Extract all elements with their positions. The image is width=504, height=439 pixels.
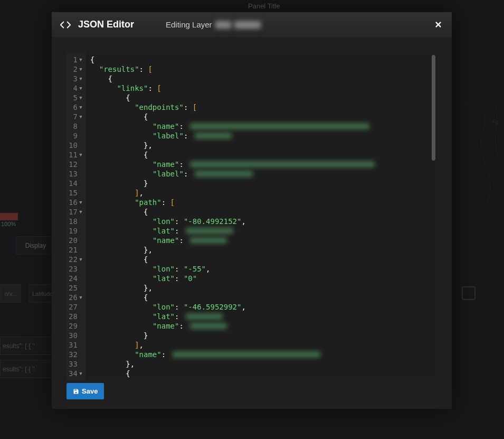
gutter-line: 30 <box>69 331 83 340</box>
gutter-line: 6▼ <box>69 102 83 112</box>
code-editor[interactable]: 1▼2▼3▼4▼5▼6▼7▼891011▼1213141516▼17▼18192… <box>66 52 437 380</box>
gutter-line: 28 <box>69 312 83 321</box>
code-line[interactable]: "lon": "-46.5952992", <box>90 302 432 312</box>
code-line[interactable]: "lat": <box>90 226 432 236</box>
fold-icon[interactable]: ▼ <box>79 55 83 64</box>
redacted-value <box>173 351 320 358</box>
fold-icon[interactable]: ▼ <box>79 74 83 83</box>
fold-icon[interactable]: ▼ <box>79 150 83 160</box>
redacted-text <box>234 21 261 29</box>
code-line[interactable]: "results": [ <box>90 64 432 74</box>
code-line[interactable]: "lon": "-80.4992152", <box>90 217 432 226</box>
code-line[interactable]: { <box>90 112 432 122</box>
modal-subtitle: Editing Layer <box>166 20 261 29</box>
save-icon <box>73 388 79 395</box>
editor-scrollbar[interactable] <box>432 55 435 161</box>
gutter-line: 11▼ <box>69 150 83 160</box>
code-line[interactable]: }, <box>90 245 432 255</box>
json-snippet-1: esults": [ { " <box>0 337 53 355</box>
code-line[interactable]: { <box>90 255 432 264</box>
fold-icon[interactable]: ▼ <box>79 369 83 378</box>
gutter-line: 35▼ <box>69 378 83 380</box>
legend-percent: 100% <box>1 221 16 227</box>
code-line[interactable]: } <box>90 179 432 188</box>
gutter-line: 33 <box>69 359 83 369</box>
code-line[interactable]: { <box>90 207 432 217</box>
modal-header: JSON Editor Editing Layer <box>52 12 452 37</box>
redacted-value <box>190 237 227 244</box>
map-background: For <box>462 95 504 222</box>
save-button-label: Save <box>82 387 98 395</box>
gutter-line: 13 <box>69 169 83 179</box>
gutter-line: 32 <box>69 350 83 359</box>
gutter-line: 9 <box>69 131 83 141</box>
json-editor-modal: JSON Editor Editing Layer 1▼2▼3▼4▼5▼6▼7▼… <box>52 12 452 409</box>
code-line[interactable]: "name": <box>90 122 432 131</box>
legend-swatch <box>0 213 18 220</box>
gutter-line: 23 <box>69 264 83 274</box>
fold-icon[interactable]: ▼ <box>79 293 83 302</box>
checkbox-toggle[interactable] <box>462 286 476 300</box>
code-line[interactable]: "links": [ <box>90 83 432 93</box>
code-line[interactable]: "endpoints": [ <box>90 378 432 380</box>
gutter-line: 27 <box>69 302 83 312</box>
fold-icon[interactable]: ▼ <box>79 93 83 102</box>
fold-icon[interactable]: ▼ <box>79 207 83 217</box>
save-button[interactable]: Save <box>66 383 104 399</box>
fold-icon[interactable]: ▼ <box>79 83 83 93</box>
fold-icon[interactable]: ▼ <box>79 198 83 207</box>
code-line[interactable]: "label": <box>90 131 432 141</box>
code-line[interactable]: "lat": <box>90 312 432 321</box>
code-line[interactable]: }, <box>90 359 432 369</box>
fold-icon[interactable]: ▼ <box>79 102 83 112</box>
code-line[interactable]: { <box>90 369 432 378</box>
code-line[interactable]: "label": <box>90 169 432 179</box>
code-line[interactable]: "name": <box>90 350 432 359</box>
redacted-value <box>195 133 232 139</box>
field-nv[interactable]: n/v... <box>0 284 21 303</box>
gutter-line: 20 <box>69 236 83 245</box>
redacted-value <box>186 228 233 234</box>
code-line[interactable]: "lon": "-55", <box>90 264 432 274</box>
fold-icon[interactable]: ▼ <box>79 64 83 74</box>
gutter-line: 5▼ <box>69 93 83 102</box>
modal-body: 1▼2▼3▼4▼5▼6▼7▼891011▼1213141516▼17▼18192… <box>52 37 452 409</box>
code-line[interactable]: { <box>90 93 432 102</box>
modal-subtitle-prefix: Editing Layer <box>166 20 212 29</box>
gutter-line: 3▼ <box>69 74 83 83</box>
gutter-line: 7▼ <box>69 112 83 122</box>
code-line[interactable]: "name": <box>90 236 432 245</box>
redacted-value <box>186 313 223 320</box>
code-line[interactable]: { <box>90 55 432 64</box>
modal-title: JSON Editor <box>78 19 134 30</box>
fold-icon[interactable]: ▼ <box>79 112 83 122</box>
code-line[interactable]: ], <box>90 340 432 350</box>
panel-title: Panel Title <box>248 2 280 10</box>
code-line[interactable]: "endpoints": [ <box>90 102 432 112</box>
code-line[interactable]: "name": <box>90 321 432 331</box>
gutter-line: 29 <box>69 321 83 331</box>
gutter-line: 18 <box>69 217 83 226</box>
code-line[interactable]: ], <box>90 188 432 198</box>
gutter-line: 25 <box>69 283 83 293</box>
gutter-line: 34▼ <box>69 369 83 378</box>
code-line[interactable]: "path": [ <box>90 198 432 207</box>
fold-icon[interactable]: ▼ <box>79 378 83 380</box>
redacted-text <box>215 21 231 29</box>
code-line[interactable]: { <box>90 150 432 160</box>
tab-display[interactable]: Display <box>16 236 55 255</box>
code-icon <box>59 18 72 31</box>
gutter-line: 19 <box>69 226 83 236</box>
code-line[interactable]: }, <box>90 141 432 150</box>
code-line[interactable]: }, <box>90 283 432 293</box>
fold-icon[interactable]: ▼ <box>79 255 83 264</box>
code-line[interactable]: { <box>90 293 432 302</box>
gutter-line: 17▼ <box>69 207 83 217</box>
editor-code-area[interactable]: { "results": [ { "links": [ { "endpoints… <box>86 52 437 380</box>
code-line[interactable]: { <box>90 74 432 83</box>
code-line[interactable]: "name": <box>90 160 432 169</box>
close-button[interactable] <box>433 19 443 30</box>
redacted-value <box>195 171 253 177</box>
code-line[interactable]: } <box>90 331 432 340</box>
code-line[interactable]: "lat": "0" <box>90 274 432 283</box>
